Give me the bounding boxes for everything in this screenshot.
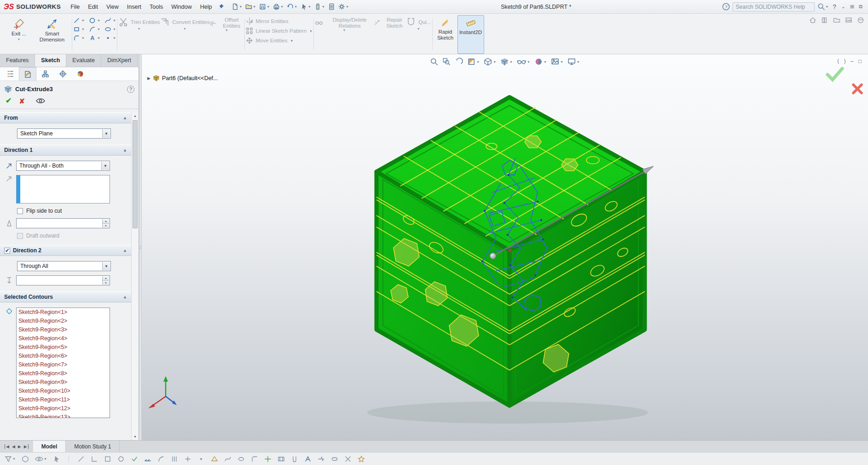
view-settings-icon[interactable]: ▼ <box>567 58 580 66</box>
sketch-tool-icon[interactable] <box>117 455 125 463</box>
collapse-chevron-icon[interactable]: ▲ <box>123 295 127 299</box>
sketch-tool-icon[interactable] <box>304 455 312 463</box>
tab-motion-study[interactable]: Motion Study 1 <box>66 441 120 452</box>
sketch-tool-icon[interactable] <box>184 455 191 463</box>
ok-button[interactable]: ✔ <box>6 97 12 105</box>
collapse-right-icon[interactable]: ⟩ <box>844 58 846 64</box>
spin-down-icon[interactable]: ▼ <box>103 281 109 285</box>
fillet-tool-button[interactable]: ▼ <box>73 35 85 41</box>
visibility-icon[interactable]: ▼ <box>35 456 47 462</box>
sketch-tool-icon[interactable] <box>171 455 178 463</box>
open-document-button[interactable]: ▼ <box>244 2 257 11</box>
tab-sketch[interactable]: Sketch <box>35 54 66 67</box>
first-tab-icon[interactable]: ◀ <box>5 444 9 449</box>
hide-show-items-icon[interactable]: ▼ <box>517 58 530 66</box>
tree-node-label[interactable]: Part6 (Default<<Def... <box>162 75 218 81</box>
view-palette-icon[interactable] <box>845 17 852 24</box>
chevron-down-icon[interactable]: ⌄ <box>840 4 846 10</box>
from-plane-dropdown[interactable]: Sketch Plane ▼ <box>17 128 111 139</box>
rebuild-button[interactable]: ▼ <box>313 2 326 11</box>
sketch-tool-icon[interactable] <box>104 455 111 463</box>
dropdown-caret-icon[interactable]: ▼ <box>102 129 110 138</box>
sketch-tool-icon[interactable] <box>237 455 245 463</box>
configuration-manager-tab[interactable] <box>36 67 54 81</box>
prev-tab-icon[interactable]: ◀ <box>12 444 15 449</box>
collapse-chevron-icon[interactable]: ▲ <box>123 248 127 253</box>
sketch-tool-icon[interactable] <box>358 455 365 463</box>
tab-evaluate[interactable]: Evaluate <box>66 54 101 67</box>
contour-list-item[interactable]: Sketch9-Region<11> <box>17 395 110 404</box>
sketch-tool-icon[interactable] <box>344 455 352 463</box>
help-circle-icon[interactable]: ? <box>722 3 730 11</box>
menu-edit[interactable]: Edit <box>84 1 102 12</box>
text-tool-button[interactable]: A▼ <box>89 35 100 41</box>
sketch-tool-icon[interactable] <box>144 455 151 463</box>
contour-list-item[interactable]: Sketch9-Region<2> <box>17 317 110 326</box>
resources-icon[interactable] <box>809 17 816 24</box>
exit-sketch-caret-icon[interactable]: ▼ <box>17 38 21 41</box>
rapid-sketch-button[interactable]: Rapid Sketch <box>434 15 457 54</box>
convert-entities-button[interactable]: Convert Entities ▼ <box>160 15 209 54</box>
contour-list-item[interactable]: Sketch9-Region<10> <box>17 387 110 395</box>
sketch-tool-icon[interactable] <box>318 455 325 463</box>
collapse-chevron-icon[interactable]: ▲ <box>123 148 127 152</box>
tab-features[interactable]: Features <box>0 54 35 67</box>
toggle-panes-icon[interactable]: ⧉ <box>858 4 863 10</box>
contour-list-item[interactable]: Sketch9-Region<7> <box>17 360 110 369</box>
panel-scrollbar[interactable]: ▲ ▼ <box>131 112 139 440</box>
contour-list-item[interactable]: Sketch9-Region<6> <box>17 352 110 360</box>
menu-window[interactable]: Window <box>167 1 196 12</box>
sketch-tool-icon[interactable] <box>197 455 205 463</box>
arc-tool-button[interactable]: ▼ <box>89 26 100 33</box>
reverse-direction-icon[interactable] <box>6 162 13 169</box>
feature-manager-tab[interactable] <box>1 67 19 81</box>
cancel-button[interactable]: ✘ <box>19 98 25 105</box>
contour-list-item[interactable]: Sketch9-Region<4> <box>17 334 110 343</box>
filter-icon[interactable]: ▼ <box>5 455 16 463</box>
spin-down-icon[interactable]: ▼ <box>103 224 109 228</box>
zoom-fit-icon[interactable] <box>430 58 438 66</box>
move-entities-button[interactable]: Move Entities ▼ <box>246 37 312 44</box>
confirm-sketch-icon[interactable] <box>826 66 844 83</box>
display-manager-tab[interactable] <box>71 67 89 81</box>
repair-sketch-button[interactable]: Repair Sketch <box>374 15 406 54</box>
display-delete-relations-button[interactable]: Display/Delete Relations ▼ <box>315 15 374 54</box>
offset-entities-button[interactable]: Offset Entities ▼ <box>209 15 243 54</box>
scrollbar-thumb[interactable] <box>133 120 138 228</box>
quick-snaps-button[interactable]: Qui... ▼ <box>406 15 431 54</box>
instant2d-button[interactable]: Instant2D <box>457 15 484 54</box>
spin-up-icon[interactable]: ▲ <box>103 276 109 281</box>
sketch-tool-icon[interactable] <box>264 455 272 463</box>
sketch-tool-icon[interactable] <box>224 455 231 463</box>
contour-list-item[interactable]: Sketch9-Region<5> <box>17 343 110 352</box>
sketch-tool-icon[interactable] <box>91 455 98 463</box>
preview-eye-icon[interactable] <box>36 98 45 104</box>
expand-pane-icon[interactable]: ⊞ <box>849 4 855 10</box>
collapse-left-icon[interactable]: ⟨ <box>837 58 839 64</box>
exit-sketch-button[interactable]: Exit ... ▼ <box>4 16 34 41</box>
dropdown-caret-icon[interactable]: ▼ <box>101 162 109 170</box>
menu-tools[interactable]: Tools <box>145 1 167 12</box>
next-tab-icon[interactable]: ▶ <box>18 444 21 449</box>
sketch-tool-icon[interactable] <box>251 455 258 463</box>
contour-list-item[interactable]: Sketch9-Region<8> <box>17 369 110 378</box>
contour-list-item[interactable]: Sketch9-Region<9> <box>17 378 110 387</box>
filter-faces-icon[interactable] <box>22 455 29 463</box>
rectangle-tool-button[interactable]: ▼ <box>73 26 85 33</box>
section-from[interactable]: From ▲ <box>0 112 131 123</box>
flip-side-checkbox[interactable] <box>17 208 23 214</box>
file-properties-button[interactable] <box>327 2 336 11</box>
select-filter-icon[interactable] <box>53 455 60 463</box>
sketch-tool-icon[interactable] <box>157 455 165 463</box>
circle-tool-button[interactable]: ▼ <box>89 17 100 24</box>
line-tool-button[interactable]: ▼ <box>73 17 85 24</box>
scroll-up-icon[interactable]: ▲ <box>132 112 139 119</box>
scroll-down-icon[interactable]: ▼ <box>132 433 139 440</box>
direction2-checkbox[interactable]: ✔ <box>4 248 10 254</box>
undo-button[interactable]: ▼ <box>285 2 299 11</box>
sketch-tool-icon[interactable] <box>131 455 138 463</box>
section-view-icon[interactable]: ▼ <box>467 58 480 66</box>
mirror-entities-button[interactable]: Mirror Entities <box>246 17 312 25</box>
feature-tree-root[interactable]: ▶ Part6 (Default<<Def... <box>147 75 218 81</box>
search-icon[interactable]: ▼ <box>817 3 829 11</box>
